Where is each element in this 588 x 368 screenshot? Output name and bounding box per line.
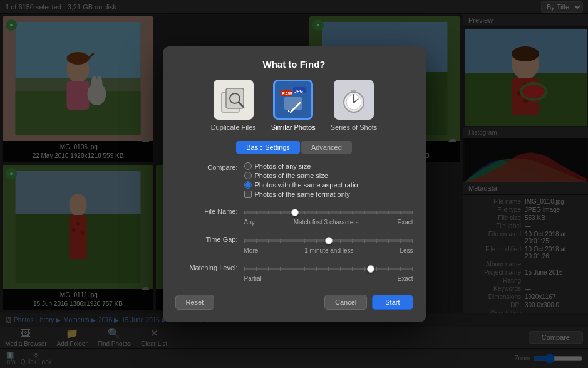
svg-rect-55: [351, 90, 356, 92]
similar-photos-option[interactable]: RAW JPG Similar Photos: [271, 80, 316, 131]
time-gap-label: Time Gap:: [175, 234, 244, 243]
time-gap-row: Time Gap: More: [175, 234, 413, 256]
duplicate-files-label: Duplicate Files: [211, 124, 256, 131]
svg-point-56: [353, 101, 355, 103]
compare-option-same-size[interactable]: Photos of the same size: [244, 172, 413, 179]
file-name-labels: Any Match first 3 characters Exact: [244, 219, 413, 226]
file-name-slider-container: Any Match first 3 characters Exact: [244, 211, 413, 226]
advanced-tab[interactable]: Advanced: [301, 141, 352, 154]
time-gap-mid-label: 1 minute and less: [304, 247, 353, 254]
file-name-thumb[interactable]: [291, 209, 299, 216]
compare-label: Compare:: [175, 162, 244, 171]
time-gap-max-label: Less: [400, 247, 413, 254]
file-name-mid-label: Match first 3 characters: [294, 219, 359, 226]
time-gap-thumb[interactable]: [325, 237, 333, 244]
file-name-min-label: Any: [244, 219, 255, 226]
svg-text:JPG: JPG: [294, 89, 304, 93]
cancel-button[interactable]: Cancel: [324, 295, 367, 310]
svg-text:RAW: RAW: [282, 92, 292, 96]
time-gap-labels: More 1 minute and less Less: [244, 247, 413, 254]
duplicate-files-option[interactable]: Duplicate Files: [211, 80, 256, 131]
matching-level-slider-container: Partial Exact: [244, 268, 413, 282]
compare-option-any-size-label: Photos of any size: [255, 162, 311, 170]
matching-level-max-label: Exact: [397, 275, 413, 282]
radio-same-aspect[interactable]: [244, 181, 252, 189]
similar-photos-label: Similar Photos: [271, 124, 316, 131]
start-button[interactable]: Start: [372, 295, 413, 310]
matching-level-min-label: Partial: [244, 275, 262, 282]
matching-level-thumb[interactable]: [367, 265, 374, 273]
matching-level-track: [244, 268, 413, 270]
duplicate-files-icon-box: [214, 80, 254, 120]
compare-option-same-format-label: Photos of the same format only: [255, 191, 350, 198]
compare-options: Photos of any size Photos of the same si…: [244, 162, 413, 200]
file-name-track: [244, 211, 413, 214]
time-gap-min-label: More: [244, 247, 259, 254]
file-name-max-label: Exact: [397, 219, 413, 226]
modal-actions: Reset Cancel Start: [175, 295, 413, 310]
modal-tabs: Basic Settings Advanced: [175, 141, 413, 154]
series-of-shots-icon-box: [334, 80, 374, 120]
file-name-content: Any Match first 3 characters Exact: [244, 206, 413, 228]
compare-option-same-aspect[interactable]: Photos with the same aspect ratio: [244, 181, 413, 189]
radio-any-size[interactable]: [244, 162, 252, 170]
matching-level-label: Matching Level:: [175, 263, 244, 271]
compare-option-same-aspect-label: Photos with the same aspect ratio: [255, 181, 358, 189]
reset-button[interactable]: Reset: [175, 295, 215, 310]
radio-same-size[interactable]: [244, 172, 252, 179]
modal-overlay: What to Find? Duplicate Files: [0, 0, 588, 368]
time-gap-content: More 1 minute and less Less: [244, 234, 413, 256]
matching-level-labels: Partial Exact: [244, 275, 413, 282]
matching-level-content: Partial Exact: [244, 263, 413, 285]
compare-option-same-format[interactable]: Photos of the same format only: [244, 191, 413, 198]
checkbox-same-format[interactable]: [244, 191, 252, 198]
what-to-find-modal: What to Find? Duplicate Files: [163, 46, 426, 322]
basic-settings-tab[interactable]: Basic Settings: [236, 141, 300, 154]
compare-row: Compare: Photos of any size Photos of th…: [175, 162, 413, 200]
series-of-shots-label: Series of Shots: [331, 124, 378, 131]
matching-level-row: Matching Level: Partial: [175, 263, 413, 285]
file-name-row: File Name: Any: [175, 206, 413, 228]
modal-title: What to Find?: [175, 59, 413, 70]
compare-option-same-size-label: Photos of the same size: [255, 172, 328, 179]
compare-option-any-size[interactable]: Photos of any size: [244, 162, 413, 170]
file-name-label: File Name:: [175, 206, 244, 215]
time-gap-slider-container: More 1 minute and less Less: [244, 239, 413, 254]
similar-photos-icon-box: RAW JPG: [273, 80, 313, 120]
svg-marker-50: [288, 110, 291, 112]
series-of-shots-option[interactable]: Series of Shots: [331, 80, 378, 131]
time-gap-track: [244, 239, 413, 242]
modal-icons: Duplicate Files RAW JPG: [175, 80, 413, 131]
modal-action-buttons: Cancel Start: [324, 295, 413, 310]
